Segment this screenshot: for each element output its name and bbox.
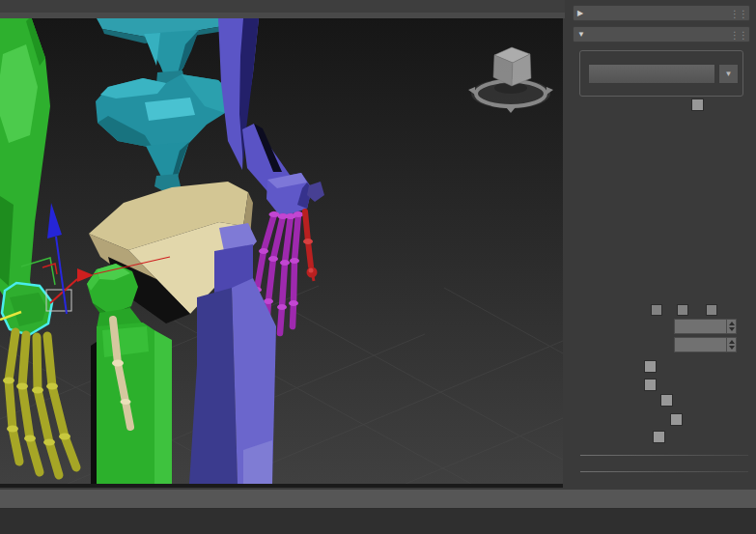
rollout-grip-icon[interactable]: ⋮⋮ <box>730 7 747 22</box>
triangle-neck-row <box>568 377 756 392</box>
arms-checkbox[interactable] <box>691 98 704 111</box>
track-bar[interactable] <box>0 490 756 509</box>
twist-links-expander[interactable] <box>574 449 748 462</box>
props-2-checkbox[interactable] <box>677 304 688 316</box>
ankle-attach-row <box>568 319 756 334</box>
body-type-group: ▼ <box>579 50 743 97</box>
props-1-checkbox[interactable] <box>651 304 662 316</box>
collapse-arrow-icon: ▶ <box>574 6 590 21</box>
application-window: ▶ ⋮⋮ ▼ ⋮⋮ ▼ <box>0 0 756 534</box>
rollout-structure[interactable]: ▼ ⋮⋮ <box>573 26 750 42</box>
height-field[interactable] <box>674 337 730 352</box>
expand-arrow-icon: ▼ <box>574 27 590 42</box>
viewport-canvas[interactable] <box>0 18 563 484</box>
props-row <box>568 301 756 317</box>
rollout-grip-icon[interactable]: ⋮⋮ <box>730 28 747 43</box>
short-thumb-checkbox[interactable] <box>653 431 665 443</box>
short-thumb-row <box>568 429 756 444</box>
body-type-dropdown[interactable] <box>588 64 715 84</box>
spinner-buttons[interactable] <box>726 319 737 334</box>
arms-checkbox-row <box>568 97 756 112</box>
triangle-pelvis-checkbox[interactable] <box>644 360 657 373</box>
height-row <box>568 337 756 352</box>
triangle-neck-checkbox[interactable] <box>644 379 657 391</box>
spinner-buttons[interactable] <box>726 337 737 352</box>
props-3-checkbox[interactable] <box>706 304 717 316</box>
viewport[interactable] <box>0 18 563 488</box>
dropdown-arrow-icon[interactable]: ▼ <box>718 64 739 84</box>
xtras-expander[interactable] <box>574 465 748 478</box>
timeline-ruler[interactable] <box>0 509 756 534</box>
rollout-copy-paste[interactable]: ▶ ⋮⋮ <box>573 5 750 21</box>
highlight-annotation-box <box>586 398 742 425</box>
triangle-pelvis-row <box>568 358 756 374</box>
top-ruler[interactable] <box>0 0 565 18</box>
command-panel: ▶ ⋮⋮ ▼ ⋮⋮ ▼ <box>568 0 756 490</box>
ankle-attach-field[interactable] <box>674 319 730 334</box>
